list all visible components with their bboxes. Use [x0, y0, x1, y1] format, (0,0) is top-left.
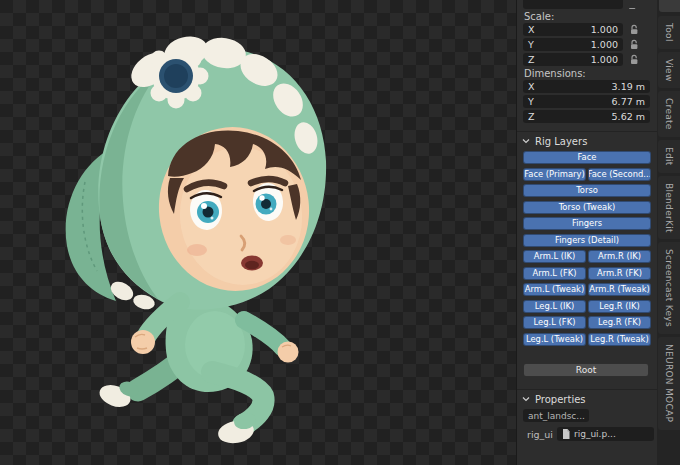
unlock-icon[interactable]	[627, 23, 641, 36]
unlock-icon[interactable]	[627, 53, 641, 66]
rig-layer-row: Leg.L (FK)Leg.R (FK)	[523, 316, 651, 329]
chevron-down-icon	[522, 137, 530, 145]
rig-ui-label: rig_ui	[527, 429, 553, 440]
axis-value: 1.000	[591, 24, 618, 35]
active-tab-partial[interactable]	[659, 0, 680, 12]
rig-layer-button-face[interactable]: Face	[523, 151, 651, 164]
rig-layer-button-arm-l-fk[interactable]: Arm.L (FK)	[523, 267, 586, 280]
axis-label: Y	[528, 96, 534, 107]
dimensions-label: Dimensions:	[524, 68, 586, 79]
rig-layers-title: Rig Layers	[535, 136, 587, 147]
axis-value: 1.000	[591, 54, 618, 65]
rig-layer-button-arm-r-tweak[interactable]: Arm.R (Tweak)	[588, 283, 651, 296]
dimensions-x-field[interactable]: X3.19 m	[523, 80, 650, 93]
axis-value: 1.000	[591, 39, 618, 50]
rig-layer-row: Arm.L (FK)Arm.R (FK)	[523, 267, 651, 280]
rig-layer-row: Torso (Tweak)	[523, 201, 651, 214]
rig-layer-button-root[interactable]: Root	[523, 363, 649, 377]
ant-landscape-value: ant_landsc...	[528, 411, 585, 421]
partial-lock-icon[interactable]	[627, 0, 641, 9]
axis-label: Y	[528, 39, 534, 50]
sidebar-tab-tool[interactable]: Tool	[658, 16, 680, 49]
sidebar-tab-screencast-keys[interactable]: Screencast Keys	[658, 242, 680, 334]
rig-ui-field[interactable]: rig_ui.p...	[557, 427, 654, 441]
scale-row-y: Y1.000	[523, 38, 657, 51]
axis-value: 6.77 m	[612, 96, 645, 107]
sidebar-tab-view[interactable]: View	[658, 52, 680, 89]
blender-window: Scale: X1.000Y1.000Z1.000 Dimensions: X3…	[0, 0, 680, 465]
sidebar-item-panel: Scale: X1.000Y1.000Z1.000 Dimensions: X3…	[516, 0, 657, 465]
properties-panel-header[interactable]: Properties	[517, 392, 657, 406]
rig-layer-row: Arm.L (IK)Arm.R (IK)	[523, 250, 651, 263]
character-illustration	[0, 0, 516, 465]
rig-layer-buttons: FaceFace (Primary)Face (Second...TorsoTo…	[517, 151, 657, 349]
rig-layer-button-leg-l-tweak[interactable]: Leg.L (Tweak)	[523, 333, 586, 346]
rig-layer-row: Arm.L (Tweak)Arm.R (Tweak)	[523, 283, 651, 296]
rig-layer-button-leg-l-ik[interactable]: Leg.L (IK)	[523, 300, 586, 313]
rig-layer-button-leg-l-fk[interactable]: Leg.L (FK)	[523, 316, 586, 329]
rig-layer-row: Fingers (Detail)	[523, 234, 651, 247]
ant-landscape-field[interactable]: ant_landsc...	[523, 409, 589, 422]
dimensions-row-y: Y6.77 m	[523, 95, 657, 108]
rig-layer-button-torso[interactable]: Torso	[523, 184, 651, 197]
rig-layer-button-arm-l-tweak[interactable]: Arm.L (Tweak)	[523, 283, 586, 296]
rig-layer-row: Leg.L (IK)Leg.R (IK)	[523, 300, 651, 313]
dimensions-y-field[interactable]: Y6.77 m	[523, 95, 650, 108]
rig-layer-row: Face (Primary)Face (Second...	[523, 168, 651, 181]
rig-layers-panel-header[interactable]: Rig Layers	[517, 134, 657, 148]
rig-layer-button-arm-r-ik[interactable]: Arm.R (IK)	[588, 250, 651, 263]
axis-label: X	[528, 81, 535, 92]
rig-layer-button-leg-r-fk[interactable]: Leg.R (FK)	[588, 316, 651, 329]
scale-row-z: Z1.000	[523, 53, 657, 66]
rig-layer-button-leg-r-ik[interactable]: Leg.R (IK)	[588, 300, 651, 313]
rig-layer-button-fingers[interactable]: Fingers	[523, 217, 651, 230]
scale-y-field[interactable]: Y1.000	[523, 38, 623, 51]
axis-value: 3.19 m	[612, 81, 645, 92]
scale-z-field[interactable]: Z1.000	[523, 53, 623, 66]
sidebar-tab-neuron-mocap[interactable]: NEURON MOCAP	[658, 337, 680, 429]
dimensions-row-x: X3.19 m	[523, 80, 657, 93]
properties-title: Properties	[535, 394, 586, 405]
rig-layer-row: Fingers	[523, 217, 651, 230]
dimensions-row-z: Z5.62 m	[523, 110, 657, 123]
scale-x-field[interactable]: X1.000	[523, 23, 623, 36]
sidebar-tab-edit[interactable]: Edit	[658, 140, 680, 173]
panel-separator	[517, 131, 657, 132]
rig-layer-button-arm-l-ik[interactable]: Arm.L (IK)	[523, 250, 586, 263]
axis-label: X	[528, 24, 535, 35]
dimensions-z-field[interactable]: Z5.62 m	[523, 110, 650, 123]
chevron-down-icon	[522, 395, 530, 403]
axis-label: Z	[528, 54, 535, 65]
rig-ui-value: rig_ui.p...	[574, 429, 616, 439]
unlock-icon[interactable]	[627, 38, 641, 51]
scale-row-x: X1.000	[523, 23, 657, 36]
partial-number-field[interactable]	[523, 0, 623, 9]
sidebar-tabs: ToolViewCreateEditBlenderKitScreencast K…	[658, 16, 680, 430]
sidebar-tab-create[interactable]: Create	[658, 91, 680, 137]
rig-layer-button-face-second[interactable]: Face (Second...	[588, 168, 651, 181]
rig-layer-row: Leg.L (Tweak)Leg.R (Tweak)	[523, 333, 651, 346]
scale-label: Scale:	[524, 11, 554, 22]
rig-layer-row: Torso	[523, 184, 651, 197]
sidebar-tab-strip: ToolViewCreateEditBlenderKitScreencast K…	[657, 0, 680, 465]
sidebar-tab-blenderkit[interactable]: BlenderKit	[658, 176, 680, 240]
rig-layer-button-leg-r-tweak[interactable]: Leg.R (Tweak)	[588, 333, 651, 346]
scale-rows: X1.000Y1.000Z1.000	[517, 23, 657, 68]
rig-layer-row: Face	[523, 151, 651, 164]
axis-value: 5.62 m	[612, 111, 645, 122]
rig-layer-button-arm-r-fk[interactable]: Arm.R (FK)	[588, 267, 651, 280]
rig-layer-button-torso-tweak[interactable]: Torso (Tweak)	[523, 201, 651, 214]
text-datablock-icon	[562, 429, 570, 439]
axis-label: Z	[528, 111, 535, 122]
rig-layer-button-face-primary[interactable]: Face (Primary)	[523, 168, 586, 181]
rig-layer-button-fingers-detail[interactable]: Fingers (Detail)	[523, 234, 651, 247]
3d-viewport[interactable]	[0, 0, 516, 465]
panel-separator	[517, 389, 657, 390]
dimension-rows: X3.19 mY6.77 mZ5.62 m	[517, 80, 657, 125]
